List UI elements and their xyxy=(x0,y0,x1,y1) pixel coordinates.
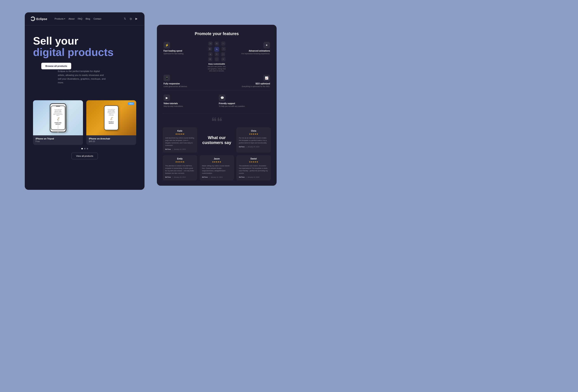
fast-loading-icon: ⚡ xyxy=(163,42,170,48)
emily-date: January 16, 2024 xyxy=(174,176,186,178)
svg-point-1 xyxy=(31,18,33,20)
pagination xyxy=(25,148,144,149)
feature-name-seo: SEO optimized xyxy=(237,83,270,85)
logo[interactable]: Eclipse xyxy=(31,16,47,21)
jason-brand: MeTime xyxy=(202,176,208,178)
quote-decoration: ❝❝ xyxy=(163,116,271,127)
nav-social: 𝕏 ◎ ▶ xyxy=(124,17,139,20)
emily-stars: ★★★★★ xyxy=(165,161,195,163)
feature-desc-support: To help you out with any question. xyxy=(219,105,270,108)
feature-desc-customize: Add your own photos, text, and graphics,… xyxy=(207,66,226,72)
feature-name-resp: Fully responsive xyxy=(163,83,197,85)
view-all-container: View all products xyxy=(25,153,144,163)
katie-text: Just launched my online course landing p… xyxy=(165,137,195,147)
logo-text: Eclipse xyxy=(36,17,47,21)
testimonial-jason: Jason ★★★★★ Made selling my online cours… xyxy=(200,155,234,180)
katie-stars: ★★★★★ xyxy=(165,133,195,135)
feature-responsive: 📱 Fully responsive Looks great across al… xyxy=(163,74,197,89)
jason-text: Made selling my online course hassle-fre… xyxy=(202,165,232,174)
chris-brand: MeTime xyxy=(239,146,245,148)
view-all-button[interactable]: View all products xyxy=(71,153,98,159)
katie-date: January 12, 2024 xyxy=(174,148,186,150)
support-icon: 💬 xyxy=(219,94,225,101)
nav-contact[interactable]: Contact xyxy=(94,18,101,20)
logo-icon xyxy=(31,16,35,21)
features-section: Promote your features ⚡ Fast loading spe… xyxy=(157,25,277,113)
emily-brand: MeTime xyxy=(165,176,171,178)
testimonial-chris: Chris ★★★★★ For me as an self-care cours… xyxy=(236,127,271,153)
daniel-stars: ★★★★★ xyxy=(239,161,268,163)
daniel-text: The aesthetics are insane. Exceeded my e… xyxy=(239,165,268,174)
feature-desc-fast: Optimized for fast loading. xyxy=(163,53,197,55)
phone-mockup-1: Community Serving Premium Quality McMock… xyxy=(50,103,66,132)
testimonial-emily: Emily ★★★★★ The attention to detail in t… xyxy=(163,155,197,180)
katie-meta: MeTime | January 12, 2024 xyxy=(165,148,195,150)
dot-2[interactable] xyxy=(84,148,86,149)
product-name-1: iPhone on Tripod xyxy=(36,137,81,140)
feature-desc-resp: Looks great across all devices. xyxy=(163,86,197,88)
hero-description: Eclipse is the perfect template for digi… xyxy=(58,69,107,85)
product-info-2: iPhone on Armchair $49.00 xyxy=(86,135,136,145)
features-title: Promote your features xyxy=(163,31,271,36)
daniel-brand: MeTime xyxy=(239,176,245,178)
feature-desc-video: Step-by-step instructions. xyxy=(163,105,215,108)
nav-about[interactable]: About xyxy=(69,18,75,20)
nav-links: Products About FAQ Blog Contact xyxy=(55,18,120,20)
right-panel: Promote your features ⚡ Fast loading spe… xyxy=(157,25,277,186)
product-price-1: Free xyxy=(36,140,81,143)
emily-text: The attention to detail in the MeTime te… xyxy=(165,165,195,174)
product-card-2[interactable]: Community Serving Premium Quality McMock… xyxy=(86,100,136,145)
responsive-icon: 📱 xyxy=(163,75,170,81)
katie-brand: MeTime xyxy=(165,148,171,150)
nav-faq[interactable]: FAQ xyxy=(78,18,82,20)
chris-text: For me as an self-care course creator, t… xyxy=(239,137,268,144)
chris-name: Chris xyxy=(239,130,268,132)
chris-date: January 28, 2024 xyxy=(247,146,259,148)
product-price-2: $49.00 xyxy=(89,140,134,143)
dot-3[interactable] xyxy=(87,148,88,149)
daniel-meta: MeTime | January 12, 2024 xyxy=(239,176,268,178)
products-grid: Community Serving Premium Quality McMock… xyxy=(25,100,144,145)
browse-all-button[interactable]: Browse all products xyxy=(41,63,71,69)
hero-title: Sell your digital products xyxy=(33,35,136,58)
chris-stars: ★★★★★ xyxy=(239,133,268,135)
testimonial-daniel: Daniel ★★★★★ The aesthetics are insane. … xyxy=(236,155,271,180)
feature-name-customize: Easy customizable xyxy=(208,63,225,65)
katie-name: Katie xyxy=(165,130,195,132)
product-card-1[interactable]: Community Serving Premium Quality McMock… xyxy=(33,100,83,145)
feature-name-video: Video tutorials xyxy=(163,102,215,105)
instagram-icon[interactable]: ◎ xyxy=(130,17,133,20)
animations-icon: ✦ xyxy=(263,42,270,48)
youtube-icon[interactable]: ▶ xyxy=(135,17,139,20)
product-info-1: iPhone on Tripod Free xyxy=(33,135,83,145)
product-image-2: Community Serving Premium Quality McMock… xyxy=(86,100,136,135)
navbar: Eclipse Products About FAQ Blog Contact … xyxy=(25,12,144,25)
nav-blog[interactable]: Blog xyxy=(86,18,90,20)
feature-desc-anim: For impressive browsing experience. xyxy=(237,53,270,55)
dot-1[interactable] xyxy=(81,148,83,149)
daniel-name: Daniel xyxy=(239,158,268,160)
feature-name-anim: Advanced animations xyxy=(237,50,270,52)
section-divider xyxy=(163,113,271,114)
nav-products[interactable]: Products xyxy=(55,18,65,20)
feature-support: 💬 Friendly support To help you out with … xyxy=(218,94,271,109)
feature-name-fast: Fast loading speed xyxy=(163,50,197,52)
jason-name: Jason xyxy=(202,158,232,160)
twitter-icon[interactable]: 𝕏 xyxy=(124,17,127,20)
jason-meta: MeTime | January 12, 2024 xyxy=(202,176,232,178)
center-hex-grid: 📷 ⚙ + ▶ ✎ ⇒ ★ ↻ ⬡ ❋ xyxy=(199,41,234,72)
customers-say-title: What our customers say xyxy=(202,135,231,145)
product-image-1: Community Serving Premium Quality McMock… xyxy=(33,100,83,135)
center-placeholder xyxy=(199,74,234,89)
svg-point-0 xyxy=(31,17,35,20)
emily-meta: MeTime | January 16, 2024 xyxy=(165,176,195,178)
new-badge: New xyxy=(128,102,134,105)
video-icon: ▶ xyxy=(163,94,170,101)
product-name-2: iPhone on Armchair xyxy=(89,137,134,140)
emily-name: Emily xyxy=(165,158,195,160)
feature-video: ▶ Video tutorials Step-by-step instructi… xyxy=(163,94,216,109)
daniel-date: January 12, 2024 xyxy=(247,176,259,178)
feature-name-support: Friendly support xyxy=(219,102,270,105)
customers-say-center: What our customers say xyxy=(200,127,234,153)
feature-seo: 📈 SEO optimized Everything is optimized … xyxy=(236,74,271,89)
